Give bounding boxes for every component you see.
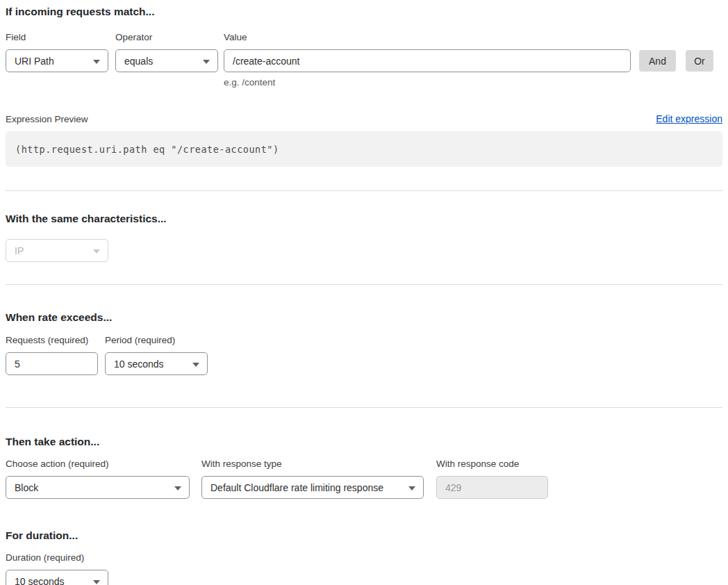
requests-group: Requests (required) (6, 335, 98, 375)
period-select[interactable]: 10 seconds (105, 352, 208, 375)
expression-text: (http.request.uri.path eq "/create-accou… (15, 144, 279, 155)
expression-preview-code: (http.request.uri.path eq "/create-accou… (6, 131, 722, 167)
action-select-value: Block (15, 482, 38, 493)
match-section-heading: If incoming requests match... (6, 5, 722, 18)
value-group: Value e.g. /content (224, 32, 631, 88)
characteristics-section-heading: With the same characteristics... (6, 212, 722, 225)
section-divider (6, 407, 722, 408)
action-select[interactable]: Block (6, 476, 190, 499)
chevron-down-icon (408, 486, 415, 491)
operator-group: Operator equals (115, 32, 218, 72)
rate-limiting-rule-form: If incoming requests match... Field URI … (0, 0, 728, 585)
expression-preview-label: Expression Preview (6, 114, 88, 124)
edit-expression-link[interactable]: Edit expression (656, 113, 722, 124)
section-divider (6, 190, 722, 191)
response-code-input (436, 476, 548, 499)
field-select[interactable]: URI Path (6, 49, 108, 72)
field-label: Field (6, 32, 108, 43)
characteristic-select: IP (6, 239, 108, 262)
section-divider (6, 284, 722, 285)
chevron-down-icon (93, 580, 100, 584)
characteristic-select-value: IP (15, 245, 24, 256)
field-select-value: URI Path (15, 56, 54, 67)
duration-select-value: 10 seconds (15, 576, 65, 585)
value-label: Value (224, 32, 631, 43)
match-controls-row: Field URI Path Operator equals Value e.g… (6, 32, 722, 88)
rate-controls-row: Requests (required) Period (required) 10… (6, 335, 722, 375)
or-button[interactable]: Or (686, 50, 713, 72)
requests-input[interactable] (6, 352, 98, 375)
duration-select[interactable]: 10 seconds (6, 570, 108, 585)
period-group: Period (required) 10 seconds (105, 335, 208, 375)
response-code-group: With response code (436, 459, 548, 499)
duration-label: Duration (required) (6, 552, 722, 563)
rate-section-heading: When rate exceeds... (6, 311, 722, 324)
chevron-down-icon (93, 249, 100, 254)
period-select-value: 10 seconds (114, 359, 164, 370)
chevron-down-icon (192, 363, 199, 367)
operator-select-value: equals (124, 56, 153, 67)
action-group: Choose action (required) Block (6, 459, 190, 499)
response-type-group: With response type Default Cloudflare ra… (201, 459, 424, 499)
value-hint: e.g. /content (224, 77, 631, 88)
period-label: Period (required) (105, 335, 208, 346)
field-group: Field URI Path (6, 32, 108, 72)
duration-group: Duration (required) 10 seconds (6, 552, 722, 585)
logic-buttons: And Or (639, 32, 713, 72)
action-controls-row: Choose action (required) Block With resp… (6, 459, 722, 499)
action-section-heading: Then take action... (6, 435, 722, 448)
response-code-label: With response code (436, 459, 548, 470)
and-button[interactable]: And (639, 50, 676, 72)
response-type-select-value: Default Cloudflare rate limiting respons… (210, 482, 383, 493)
chevron-down-icon (203, 60, 210, 64)
response-type-label: With response type (201, 459, 424, 470)
requests-label: Requests (required) (6, 335, 98, 346)
operator-label: Operator (115, 32, 218, 43)
response-type-select[interactable]: Default Cloudflare rate limiting respons… (201, 476, 424, 499)
expression-preview-header: Expression Preview Edit expression (6, 113, 722, 124)
characteristic-group: IP (6, 239, 722, 262)
value-input[interactable] (224, 49, 631, 72)
chevron-down-icon (93, 60, 100, 64)
duration-section-heading: For duration... (6, 529, 722, 542)
chevron-down-icon (174, 486, 181, 491)
action-label: Choose action (required) (6, 459, 190, 470)
operator-select[interactable]: equals (115, 49, 218, 72)
